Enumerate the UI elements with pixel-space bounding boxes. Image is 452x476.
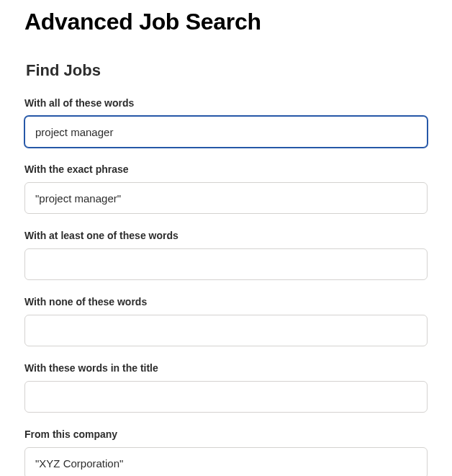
label-exact-phrase: With the exact phrase bbox=[24, 163, 428, 175]
label-in-title: With these words in the title bbox=[24, 362, 428, 374]
field-group-all-words: With all of these words bbox=[24, 97, 428, 148]
input-exact-phrase[interactable] bbox=[24, 182, 428, 214]
section-title: Find Jobs bbox=[26, 61, 428, 80]
input-at-least-one[interactable] bbox=[24, 248, 428, 280]
input-all-words[interactable] bbox=[24, 116, 428, 148]
field-group-none-of-these: With none of these words bbox=[24, 296, 428, 346]
label-all-words: With all of these words bbox=[24, 97, 428, 109]
page-title: Advanced Job Search bbox=[24, 9, 428, 35]
field-group-company: From this company bbox=[24, 428, 428, 476]
label-none-of-these: With none of these words bbox=[24, 296, 428, 307]
field-group-exact-phrase: With the exact phrase bbox=[24, 163, 428, 214]
field-group-at-least-one: With at least one of these words bbox=[24, 230, 428, 280]
field-group-in-title: With these words in the title bbox=[24, 362, 428, 413]
input-none-of-these[interactable] bbox=[24, 315, 428, 346]
input-in-title[interactable] bbox=[24, 381, 428, 413]
label-at-least-one: With at least one of these words bbox=[24, 230, 428, 241]
advanced-search-container: Advanced Job Search Find Jobs With all o… bbox=[0, 0, 452, 476]
input-company[interactable] bbox=[24, 447, 428, 476]
label-company: From this company bbox=[24, 428, 428, 440]
